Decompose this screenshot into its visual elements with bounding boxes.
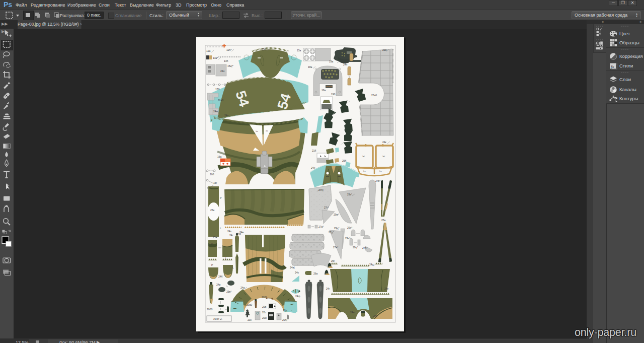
svg-text:27б°: 27б° [362,246,367,249]
svg-text:L: L [225,257,227,260]
svg-text:25ж: 25ж [213,236,218,239]
svg-text:24г: 24г [326,287,330,290]
svg-text:24м: 24м [213,110,218,113]
svg-text:—: — [218,246,221,249]
svg-text:24т: 24т [373,314,378,317]
svg-text:P: P [211,263,213,266]
svg-text:✂: ✂ [363,170,366,173]
svg-text:20e: 20e [248,318,252,321]
svg-text:16г: 16г [213,181,217,184]
svg-text:27в°: 27в° [375,179,380,182]
svg-text:26б0: 26б0 [207,308,212,311]
svg-text:16a: 16a [217,155,222,158]
svg-text:20a0: 20a0 [247,303,252,306]
svg-text:20ж: 20ж [262,316,267,319]
svg-text:24б: 24б [218,275,223,278]
svg-text:18a: 18a [321,89,326,92]
svg-text:27e°: 27e° [333,246,338,249]
svg-text:16б: 16б [210,173,214,176]
svg-text:24з: 24з [227,230,232,233]
svg-text:27a°: 27a° [318,225,324,228]
svg-text:12a: 12a [206,49,211,52]
svg-text:P: P [220,196,222,199]
svg-text:29ж°: 29ж° [334,213,339,216]
svg-text:✂: ✂ [266,129,268,132]
svg-text:27г°: 27г° [324,206,329,209]
svg-text:24н: 24н [311,166,315,169]
svg-text:24ф: 24ф [295,295,300,298]
svg-text:25б: 25б [342,159,347,162]
svg-text:24к: 24к [382,141,387,144]
svg-text:24a: 24a [240,286,245,289]
svg-text:20б°: 20б° [262,296,267,299]
svg-text:20б|: 20б| [282,318,287,321]
svg-text:24п: 24п [343,63,348,66]
svg-text:✂: ✂ [256,130,258,133]
svg-text:15e|*: 15e|* [227,64,233,67]
svg-text:12б*: 12б* [226,48,231,51]
svg-text:fx: fx [611,64,614,69]
svg-text:20г: 20г [262,311,266,314]
svg-text:24у: 24у [295,271,299,274]
svg-text:L: L [232,266,234,269]
svg-text:24e: 24e [384,287,389,290]
svg-text:L: L [220,227,221,230]
svg-text:23a0: 23a0 [371,94,377,97]
svg-text:24o: 24o [220,70,225,73]
svg-text:29д°: 29д° [334,227,339,230]
svg-text:15б: 15б [215,88,220,91]
svg-text:13б: 13б [224,59,228,62]
svg-text:21б: 21б [312,149,316,152]
svg-text:24e: 24e [239,231,244,234]
svg-text:13a*: 13a* [213,56,218,59]
svg-text:24р: 24р [216,283,221,286]
svg-text:24ж: 24ж [350,311,355,314]
svg-text:24и: 24и [224,114,229,117]
svg-text:29ц°: 29ц° [353,246,358,249]
svg-text:✂: ✂ [362,155,365,158]
svg-text:✂: ✂ [379,170,382,173]
svg-text:20д: 20д [283,309,287,312]
svg-text:24б|: 24б| [318,188,324,191]
svg-text:19б: 19б [331,93,336,96]
svg-text:24д: 24д [369,263,374,266]
svg-text:20в: 20в [262,305,267,308]
svg-text:16a0: 16a0 [218,99,223,102]
svg-text:25a: 25a [381,219,386,222]
svg-text:26г: 26г [331,259,335,262]
svg-text:15a: 15a [297,49,301,52]
svg-text:✂: ✂ [382,155,385,158]
svg-text:29з°: 29з° [347,193,352,196]
svg-text:29и°: 29и° [345,237,350,240]
svg-text:27д°: 27д° [329,231,334,234]
svg-text:15б: 15б [262,48,266,51]
svg-text:25e: 25e [210,209,215,212]
svg-text:25в°: 25в° [226,290,231,293]
svg-text:18a: 18a [308,65,312,68]
svg-text:26a: 26a [313,272,318,275]
svg-text:22a: 22a [382,48,387,51]
svg-text:24a|: 24a| [290,266,295,269]
svg-text:24с: 24с [229,234,234,237]
svg-text:19a: 19a [329,60,334,63]
svg-text:29e°: 29e° [347,226,352,229]
svg-text:Лист 2.: Лист 2. [213,317,223,320]
